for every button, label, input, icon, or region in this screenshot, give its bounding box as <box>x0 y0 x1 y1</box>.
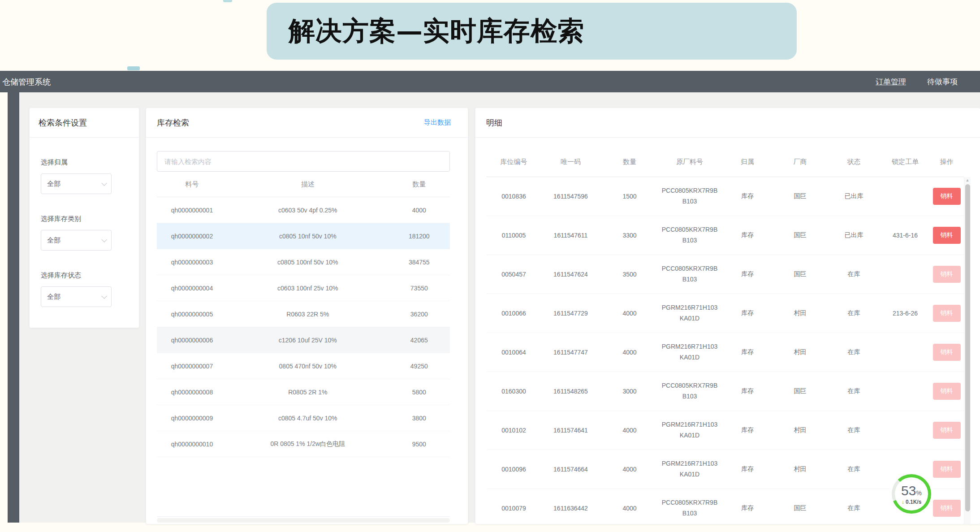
inventory-row[interactable]: qh0000000005 R0603 22R 5% 36200 <box>157 301 450 327</box>
action-cell: 销料 <box>928 422 965 439</box>
sell-material-button[interactable]: 销料 <box>933 305 961 322</box>
export-data-link[interactable]: 导出数据 <box>424 118 457 127</box>
inventory-panel: 库存检索 导出数据 料号 描述 数量 qh0000000001 c0603 50… <box>146 108 468 524</box>
filter-panel-header: 检索条件设置 <box>30 108 139 138</box>
part-no-cell: qh0000000006 <box>157 337 227 344</box>
vendor-cell: 村田 <box>774 426 826 434</box>
location-cell: 0160300 <box>487 388 541 395</box>
quantity-cell: 42065 <box>389 337 450 344</box>
inventory-row[interactable]: qh0000000003 c0805 100nf 50v 10% 384755 <box>157 249 450 275</box>
quantity-cell: 3800 <box>389 415 450 422</box>
quantity-cell: 4000 <box>600 505 659 512</box>
detail-row: 0010066 1611547729 4000 PGRM216R71H103KA… <box>487 294 964 333</box>
description-cell: c1206 10uf 25V 10% <box>227 337 389 344</box>
inventory-row[interactable]: qh0000000010 0R 0805 1% 1/2w白色电阻 9500 <box>157 431 450 457</box>
action-cell: 销料 <box>928 188 965 205</box>
app-header: 仓储管理系统 订单管理 待做事项 <box>0 71 980 92</box>
collapsed-sidebar <box>8 92 19 523</box>
progress-badge: 53% ↓ 0.1K/s <box>892 474 931 514</box>
chevron-down-icon <box>101 293 107 299</box>
inventory-row[interactable]: qh0000000001 c0603 50v 4pf 0.25% 4000 <box>157 197 450 223</box>
owner-cell: 库存 <box>721 192 774 200</box>
category-select-value: 全部 <box>47 236 60 245</box>
sell-material-button[interactable]: 销料 <box>933 344 961 361</box>
filter-label: 选择归属 <box>41 158 130 167</box>
description-cell: 0R 0805 1% 1/2w白色电阻 <box>227 440 389 448</box>
slide-title: 解决方案—实时库存检索 <box>289 13 584 49</box>
inventory-row[interactable]: qh0000000004 c0603 100nf 25v 10% 73550 <box>157 275 450 301</box>
search-input[interactable] <box>157 151 450 172</box>
sell-material-button[interactable]: 销料 <box>933 188 961 205</box>
sell-material-button[interactable]: 销料 <box>933 383 961 400</box>
quantity-cell: 5800 <box>389 389 450 396</box>
action-cell: 销料 <box>928 305 965 322</box>
col-mpn: 原厂料号 <box>659 158 721 166</box>
col-actions: 操作 <box>928 158 965 166</box>
detail-row: 0010096 1611574664 4000 PGRM216R71H103KA… <box>487 450 964 489</box>
col-quantity: 数量 <box>389 180 450 189</box>
quantity-cell: 49250 <box>389 363 450 370</box>
location-cell: 0050457 <box>487 271 541 278</box>
col-status: 状态 <box>826 158 882 166</box>
filter-group-category: 选择库存类别 全部 <box>41 215 130 251</box>
inventory-row[interactable]: qh0000000002 c0805 10nf 50v 10% 181200 <box>157 223 450 249</box>
quantity-cell: 73550 <box>389 285 450 292</box>
decor-dash-top <box>223 0 232 2</box>
sell-material-button[interactable]: 销料 <box>933 227 961 244</box>
owner-select[interactable]: 全部 <box>41 173 112 194</box>
action-cell: 销料 <box>928 500 965 517</box>
inventory-table-rows: qh0000000001 c0603 50v 4pf 0.25% 4000 qh… <box>157 197 450 457</box>
quantity-cell: 4000 <box>600 427 659 434</box>
inventory-row[interactable]: qh0000000009 c0805 4.7uf 50v 10% 3800 <box>157 405 450 431</box>
description-cell: c0805 10nf 50v 10% <box>227 233 389 240</box>
inventory-row[interactable]: qh0000000007 0805 470nf 50v 10% 49250 <box>157 353 450 379</box>
action-cell: 销料 <box>928 461 965 478</box>
detail-panel: 明细 库位编号 唯一码 数量 原厂料号 归属 厂商 状态 锁定工单 操作 001… <box>475 108 980 524</box>
download-speed: ↓ 0.1K/s <box>902 499 922 505</box>
filter-label: 选择库存类别 <box>41 215 130 223</box>
sell-material-button[interactable]: 销料 <box>933 422 961 439</box>
status-select[interactable]: 全部 <box>41 286 112 307</box>
owner-cell: 库存 <box>721 309 774 317</box>
nav-todo-items[interactable]: 待做事项 <box>927 77 958 87</box>
location-cell: 0110005 <box>487 232 541 239</box>
sell-material-button[interactable]: 销料 <box>933 266 961 283</box>
status-cell: 已出库 <box>826 231 882 239</box>
filter-panel-title: 检索条件设置 <box>39 117 87 128</box>
col-quantity: 数量 <box>600 158 659 166</box>
filter-panel: 检索条件设置 选择归属 全部 选择库存类别 全部 选择库存状态 全部 <box>29 108 139 328</box>
sell-material-button[interactable]: 销料 <box>933 461 961 478</box>
filter-group-owner: 选择归属 全部 <box>41 158 130 194</box>
mpn-cell: PGRM216R71H103KA01D <box>662 303 718 324</box>
part-no-cell: qh0000000001 <box>157 207 227 214</box>
status-cell: 在库 <box>826 465 882 473</box>
mpn-cell: PCC0805KRX7R9BB103 <box>662 381 718 402</box>
mpn-cell: PGRM216R71H103KA01D <box>662 342 718 363</box>
description-cell: c0805 100nf 50v 10% <box>227 259 389 266</box>
category-select[interactable]: 全部 <box>41 230 112 251</box>
quantity-cell: 3500 <box>600 271 659 278</box>
sell-material-button[interactable]: 销料 <box>933 500 961 517</box>
scroll-up-arrow-icon[interactable]: ▲ <box>964 177 971 183</box>
inventory-row[interactable]: qh0000000008 R0805 2R 1% 5800 <box>157 379 450 405</box>
filter-label: 选择库存状态 <box>41 271 130 280</box>
owner-cell: 库存 <box>721 426 774 434</box>
detail-row: 0010064 1611547747 4000 PGRM216R71H103KA… <box>487 333 964 372</box>
horizontal-scrollbar[interactable] <box>157 518 450 523</box>
vendor-cell: 国巨 <box>774 231 826 239</box>
down-arrow-icon: ↓ <box>902 499 904 505</box>
col-owner: 归属 <box>721 158 774 166</box>
detail-row: 0010836 1611547596 1500 PCC0805KRX7R9BB1… <box>487 177 964 216</box>
nav-order-management[interactable]: 订单管理 <box>876 77 906 87</box>
owner-cell: 库存 <box>721 465 774 473</box>
inventory-row[interactable]: qh0000000006 c1206 10uf 25V 10% 42065 <box>157 327 450 353</box>
detail-table-rows: 0010836 1611547596 1500 PCC0805KRX7R9BB1… <box>487 177 964 524</box>
vendor-cell: 国巨 <box>774 192 826 200</box>
part-no-cell: qh0000000009 <box>157 415 227 422</box>
status-cell: 在库 <box>826 348 882 356</box>
progress-percent-value: 53 <box>901 483 916 498</box>
vertical-scrollbar-thumb[interactable] <box>965 184 970 511</box>
detail-panel-body: 库位编号 唯一码 数量 原厂料号 归属 厂商 状态 锁定工单 操作 001083… <box>475 138 980 524</box>
chevron-down-icon <box>101 180 107 186</box>
action-cell: 销料 <box>928 227 965 244</box>
